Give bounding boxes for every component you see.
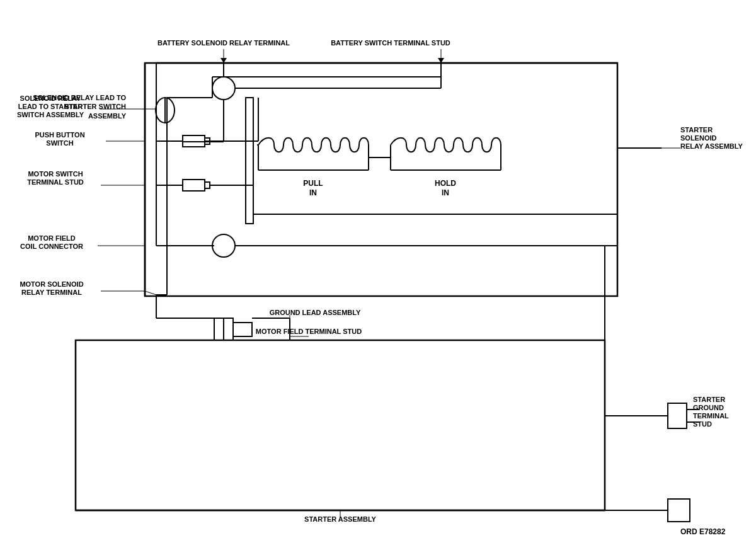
svg-text:HOLD: HOLD [435,179,456,188]
svg-text:PUSH BUTTON: PUSH BUTTON [35,131,84,139]
svg-text:GROUND: GROUND [693,404,724,411]
svg-text:STARTER: STARTER [680,126,713,134]
diagram-container: BATTERY SOLENOID RELAY TERMINAL BATTERY … [0,0,756,550]
svg-text:ORD E78282: ORD E78282 [680,527,726,536]
svg-text:BATTERY SWITCH TERMINAL STUD: BATTERY SWITCH TERMINAL STUD [331,39,450,47]
svg-text:GROUND LEAD ASSEMBLY: GROUND LEAD ASSEMBLY [270,309,361,316]
svg-rect-37 [76,340,605,510]
svg-text:STUD: STUD [693,420,712,428]
svg-text:SOLENOID: SOLENOID [680,134,717,142]
svg-rect-115 [668,499,690,522]
svg-text:TERMINAL STUD: TERMINAL STUD [27,178,84,186]
svg-text:MOTOR FIELD: MOTOR FIELD [28,234,76,242]
svg-point-3 [212,77,235,100]
svg-rect-8 [246,98,253,224]
solenoid-relay-lead-label: SOLENOID RELAY LEAD TO STARTER SWITCH AS… [25,93,126,120]
svg-text:IN: IN [309,188,317,197]
svg-text:COIL CONNECTOR: COIL CONNECTOR [20,243,83,250]
svg-text:MOTOR SWITCH: MOTOR SWITCH [28,170,83,178]
svg-text:PULL: PULL [303,179,323,188]
svg-text:STARTER: STARTER [693,396,725,403]
svg-rect-39 [233,323,252,336]
svg-text:RELAY ASSEMBLY: RELAY ASSEMBLY [680,142,743,150]
svg-text:BATTERY SOLENOID RELAY TERMINA: BATTERY SOLENOID RELAY TERMINAL [158,39,290,47]
svg-rect-48 [668,403,687,428]
svg-text:SWITCH: SWITCH [46,139,73,147]
svg-rect-7 [205,182,210,188]
svg-text:MOTOR SOLENOID: MOTOR SOLENOID [20,280,83,288]
svg-point-29 [212,234,235,257]
svg-line-81 [145,291,156,295]
svg-text:TERMINAL: TERMINAL [693,412,729,420]
svg-text:RELAY TERMINAL: RELAY TERMINAL [21,289,82,296]
svg-text:MOTOR FIELD TERMINAL STUD: MOTOR FIELD TERMINAL STUD [256,328,362,335]
svg-rect-0 [145,63,617,296]
svg-rect-6 [183,180,205,191]
svg-text:IN: IN [442,188,449,197]
